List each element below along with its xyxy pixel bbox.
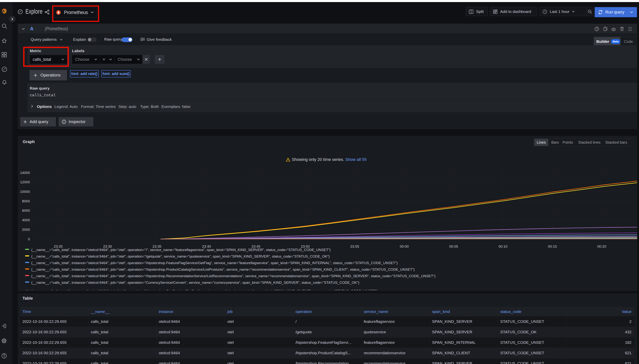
svg-text:8000: 8000 <box>22 199 30 203</box>
svg-text:4000: 4000 <box>22 218 30 222</box>
svg-text:10000: 10000 <box>20 190 30 194</box>
svg-text:0: 0 <box>28 237 30 241</box>
svg-text:12000: 12000 <box>20 180 30 184</box>
svg-text:2000: 2000 <box>22 228 30 232</box>
svg-text:14000: 14000 <box>20 171 30 175</box>
svg-text:6000: 6000 <box>22 208 30 212</box>
